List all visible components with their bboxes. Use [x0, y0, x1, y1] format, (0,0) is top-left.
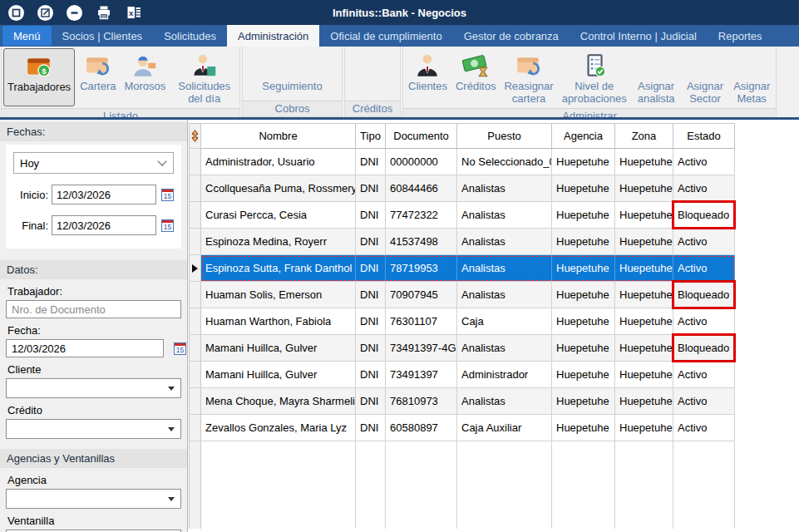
cell-nombre[interactable]: Administrador, Usuario	[201, 149, 356, 175]
table-row[interactable]: Mamani Huillca, GulverDNI73491397Adminis…	[190, 362, 735, 388]
cell-tipo[interactable]: DNI	[356, 308, 386, 334]
cell-zona[interactable]: Huepetuhe	[615, 362, 673, 387]
cell-puesto[interactable]: Analistas	[457, 202, 552, 228]
cell-documento[interactable]: 73491397	[386, 362, 457, 387]
cell-nombre[interactable]: Huaman Solis, Emerson	[201, 282, 356, 308]
cell-agencia[interactable]: Huepetuhe	[552, 149, 615, 175]
cell-nombre[interactable]: Zevallos Gonzales, Maria Lyz	[201, 415, 356, 441]
ribbon-button-reasignar-cartera[interactable]: Reasignar cartera	[501, 48, 556, 106]
table-row[interactable]: Espinoza Medina, RoyerrDNI41537498Analis…	[190, 229, 735, 255]
row-selector[interactable]	[190, 229, 201, 255]
cell-estado[interactable]: Activo	[673, 255, 735, 281]
edit-icon[interactable]	[37, 5, 53, 21]
row-selector[interactable]	[190, 149, 201, 175]
menu-tab-menu[interactable]: Menú	[2, 26, 52, 46]
row-selector[interactable]	[190, 175, 201, 202]
cell-documento[interactable]: 73491397-4G	[386, 335, 457, 361]
credito-select[interactable]	[6, 419, 181, 439]
cell-agencia[interactable]: Huepetuhe	[552, 229, 615, 254]
ribbon-button-asignar-analista[interactable]: Asignar analista	[632, 48, 681, 106]
table-row[interactable]: Mamani Huillca, GulverDNI73491397-4GAnal…	[190, 335, 735, 362]
cell-documento[interactable]: 78719953	[386, 255, 457, 281]
row-selector[interactable]	[190, 282, 201, 308]
ribbon-button-cartera[interactable]: Cartera	[76, 48, 119, 106]
ribbon-button-solicitudes-del-dia[interactable]: Solicitudes del día	[170, 48, 238, 106]
menu-tab-gestor-de-cobranza[interactable]: Gestor de cobranza	[453, 25, 570, 47]
menu-tab-solicitudes[interactable]: Solicitudes	[153, 25, 227, 47]
cell-tipo[interactable]: DNI	[356, 202, 386, 228]
cell-nombre[interactable]: Mamani Huillca, Gulver	[201, 362, 356, 387]
cell-estado[interactable]: Activo	[673, 308, 735, 334]
cell-estado[interactable]: Bloqueado	[673, 335, 735, 361]
cell-puesto[interactable]: Caja Auxiliar	[457, 415, 552, 441]
table-row[interactable]: Curasi Percca, CesiaDNI77472322Analistas…	[190, 202, 735, 229]
inicio-date-input[interactable]	[52, 185, 156, 204]
cell-nombre[interactable]: Huaman Warthon, Fabiola	[201, 308, 356, 334]
print-icon[interactable]	[96, 4, 112, 21]
ribbon-button-asignar-sector[interactable]: Asignar Sector	[683, 48, 728, 106]
cell-zona[interactable]: Huepetuhe	[615, 149, 673, 175]
row-selector[interactable]	[190, 308, 201, 335]
cell-puesto[interactable]: Administrador	[457, 362, 552, 387]
cell-agencia[interactable]: Huepetuhe	[552, 175, 615, 201]
ribbon-button-morosos[interactable]: Morosos	[121, 48, 169, 106]
cell-documento[interactable]: 60580897	[386, 415, 457, 441]
cell-puesto[interactable]: No Seleccionado_0	[457, 149, 552, 175]
table-row[interactable]: Ccollquesaña Puma, RossmeryDNI60844466An…	[190, 175, 735, 202]
cell-documento[interactable]: 76301107	[386, 308, 457, 334]
cell-nombre[interactable]: Espinoza Medina, Royerr	[201, 229, 356, 254]
cell-nombre[interactable]: Curasi Percca, Cesia	[201, 202, 356, 228]
row-selector[interactable]	[190, 202, 201, 229]
menu-tab-control-interno-judicial[interactable]: Control Interno | Judicial	[570, 25, 708, 47]
cell-agencia[interactable]: Huepetuhe	[552, 308, 615, 334]
row-selector[interactable]	[190, 415, 201, 441]
cell-nombre[interactable]: Espinoza Sutta, Frank Danthol	[201, 255, 356, 281]
column-header-agencia[interactable]: Agencia	[552, 124, 615, 148]
calendar-icon[interactable]: 15	[174, 342, 186, 355]
cell-puesto[interactable]: Analistas	[457, 255, 552, 281]
cell-agencia[interactable]: Huepetuhe	[552, 362, 615, 387]
ribbon-button-nivel-de-aprobaciones[interactable]: Nivel de aprobaciones	[559, 48, 630, 106]
cell-puesto[interactable]: Analistas	[457, 282, 552, 308]
menu-tab-oficial-de-cumplimiento[interactable]: Oficial de cumplimiento	[319, 25, 452, 47]
column-header-documento[interactable]: Documento	[386, 124, 457, 148]
row-selector-header[interactable]	[190, 124, 201, 149]
cliente-select[interactable]	[6, 378, 181, 398]
column-header-puesto[interactable]: Puesto	[457, 124, 552, 148]
cell-documento[interactable]: 77472322	[386, 202, 457, 228]
table-row[interactable]: Mena Choque, Mayra SharmelitDNI76810973A…	[190, 388, 735, 415]
cell-zona[interactable]: Huepetuhe	[615, 388, 673, 414]
cell-estado[interactable]: Activo	[673, 362, 735, 387]
cell-tipo[interactable]: DNI	[356, 255, 386, 281]
calendar-icon[interactable]: 15	[161, 189, 174, 201]
cell-estado[interactable]: Activo	[673, 388, 735, 414]
table-row[interactable]: Huaman Solis, EmersonDNI70907945Analista…	[190, 282, 735, 308]
ribbon-button-creditos[interactable]: Créditos	[452, 48, 499, 106]
cell-agencia[interactable]: Huepetuhe	[552, 202, 615, 228]
cell-tipo[interactable]: DNI	[356, 415, 386, 441]
ribbon-button-clientes[interactable]: Clientes	[405, 48, 451, 106]
minimize-icon[interactable]	[67, 5, 82, 21]
cell-puesto[interactable]: Analistas	[457, 229, 552, 254]
cell-documento[interactable]: 76810973	[386, 388, 457, 414]
cell-documento[interactable]: 00000000	[386, 149, 457, 175]
cell-puesto[interactable]: Analistas	[457, 335, 552, 361]
date-preset-select[interactable]: Hoy	[13, 152, 174, 174]
calendar-icon[interactable]: 15	[161, 219, 174, 232]
cell-puesto[interactable]: Caja	[457, 308, 552, 334]
table-row[interactable]: Huaman Warthon, FabiolaDNI76301107CajaHu…	[190, 308, 735, 335]
cell-estado[interactable]: Activo	[673, 415, 735, 441]
trabajador-document-input[interactable]	[6, 300, 181, 318]
cell-tipo[interactable]: DNI	[356, 175, 386, 201]
menu-tab-administracion[interactable]: Administración	[227, 25, 319, 47]
cell-estado[interactable]: Activo	[673, 175, 735, 201]
cell-tipo[interactable]: DNI	[356, 229, 386, 254]
cell-zona[interactable]: Huepetuhe	[615, 335, 673, 361]
row-selector[interactable]	[190, 255, 201, 282]
cell-tipo[interactable]: DNI	[356, 149, 386, 175]
cell-agencia[interactable]: Huepetuhe	[552, 255, 615, 281]
cell-tipo[interactable]: DNI	[356, 362, 386, 387]
final-date-input[interactable]	[52, 215, 156, 235]
cell-nombre[interactable]: Mena Choque, Mayra Sharmelit	[201, 388, 356, 414]
cell-zona[interactable]: Huepetuhe	[615, 175, 673, 201]
